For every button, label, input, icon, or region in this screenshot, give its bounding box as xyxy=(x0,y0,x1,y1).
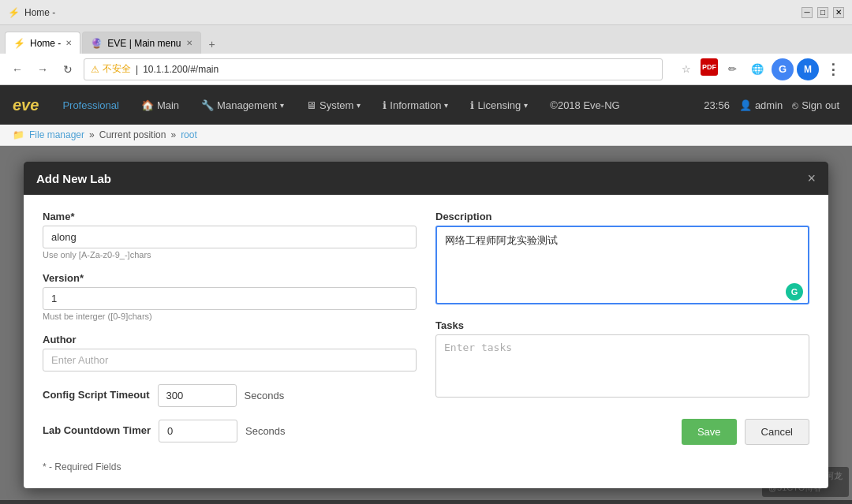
wrench-icon: 🔧 xyxy=(201,99,214,111)
root-label[interactable]: root xyxy=(181,129,197,140)
tasks-label: Tasks xyxy=(435,319,809,331)
nav-management-label: Management xyxy=(217,99,277,111)
version-input[interactable] xyxy=(43,287,417,310)
back-button[interactable]: ← xyxy=(8,60,27,79)
add-new-lab-modal: Add New Lab × Name* Use only [A-Za-z0-9_… xyxy=(24,162,828,488)
tab-eve[interactable]: 🔮 EVE | Main menu ✕ xyxy=(82,32,200,54)
forward-button[interactable]: → xyxy=(33,60,52,79)
form-right: Description 网络工程师阿龙实验测试 G Tasks Save xyxy=(435,211,809,472)
nav-information[interactable]: ℹ Information ▾ xyxy=(372,85,459,125)
tasks-textarea[interactable] xyxy=(435,334,809,398)
countdown-label: Lab Countdown Timer xyxy=(43,424,151,438)
tab-home-close[interactable]: ✕ xyxy=(65,39,72,47)
nav-professional[interactable]: Professional xyxy=(51,85,130,125)
modal-close-button[interactable]: × xyxy=(807,171,816,185)
window-controls: ─ □ ✕ xyxy=(802,7,844,18)
name-field-row: Name* Use only [A-Za-z0-9_-]chars xyxy=(43,211,417,259)
security-warning-icon: ⚠ xyxy=(91,64,99,75)
countdown-row: Lab Countdown Timer Seconds xyxy=(43,420,417,442)
nav-management[interactable]: 🔧 Management ▾ xyxy=(190,85,295,125)
bookmark-button[interactable]: ☆ xyxy=(675,58,697,80)
file-manager-link[interactable]: File manager xyxy=(29,129,84,140)
nav-system[interactable]: 🖥 System ▾ xyxy=(295,85,372,125)
address-input[interactable]: ⚠ 不安全 | 10.1.1.200/#/main xyxy=(84,58,663,80)
signout-icon: ⎋ xyxy=(792,99,798,111)
description-wrapper: 网络工程师阿龙实验测试 G xyxy=(435,226,809,307)
home-tab-label: Home - xyxy=(24,7,55,18)
description-textarea[interactable]: 网络工程师阿龙实验测试 xyxy=(435,226,809,304)
nav-main-label: Main xyxy=(157,99,179,111)
title-bar: ⚡ Home - ─ □ ✕ xyxy=(0,0,852,25)
nav-main[interactable]: 🏠 Main xyxy=(130,85,190,125)
description-label: Description xyxy=(435,211,809,222)
url-text: | xyxy=(136,64,138,75)
browser-actions: ☆ PDF ✏ 🌐 G M ⋮ xyxy=(675,58,844,80)
address-url: 10.1.1.200/#/main xyxy=(143,64,219,75)
form-grid: Name* Use only [A-Za-z0-9_-]chars Versio… xyxy=(43,211,809,472)
name-hint: Use only [A-Za-z0-9_-]chars xyxy=(43,250,417,259)
config-input[interactable] xyxy=(158,384,237,407)
tabs-bar: ⚡ Home - ✕ 🔮 EVE | Main menu ✕ + xyxy=(0,25,852,54)
required-fields-note: * - Required Fields xyxy=(43,461,417,472)
nav-system-label: System xyxy=(320,99,353,111)
page-content: Add New Lab × Name* Use only [A-Za-z0-9_… xyxy=(0,146,852,500)
close-button[interactable]: ✕ xyxy=(833,7,844,18)
version-label: Version* xyxy=(43,272,417,284)
config-script-row: Config Script Timeout Seconds xyxy=(43,384,417,407)
pdf-button[interactable]: PDF xyxy=(701,58,718,76)
form-left: Name* Use only [A-Za-z0-9_-]chars Versio… xyxy=(43,211,417,472)
tab-eve-label: EVE | Main menu xyxy=(107,38,181,49)
config-label: Config Script Timeout xyxy=(43,389,150,402)
author-label: Author xyxy=(43,334,417,345)
countdown-input[interactable] xyxy=(159,420,237,442)
app-logo: eve xyxy=(0,96,51,114)
nav-username: admin xyxy=(755,99,783,111)
modal-footer: Save Cancel xyxy=(435,413,809,445)
maximize-button[interactable]: □ xyxy=(817,7,828,18)
dropdown-system-icon: ▾ xyxy=(357,101,361,110)
dropdown-licensing-icon: ▾ xyxy=(524,101,528,110)
grammarly-icon: G xyxy=(786,283,803,301)
save-button[interactable]: Save xyxy=(682,419,737,445)
minimize-button[interactable]: ─ xyxy=(802,7,813,18)
modal-title: Add New Lab xyxy=(36,172,111,185)
modal-body: Name* Use only [A-Za-z0-9_-]chars Versio… xyxy=(24,195,828,488)
nav-time: 23:56 xyxy=(704,99,730,111)
nav-user[interactable]: 👤 admin xyxy=(739,99,783,111)
breadcrumb-sep2: » xyxy=(170,129,176,140)
modal-header: Add New Lab × xyxy=(24,162,828,195)
home-icon: 🏠 xyxy=(141,99,154,111)
globe-button[interactable]: 🌐 xyxy=(746,58,768,80)
user-avatar[interactable]: M xyxy=(797,58,819,80)
tasks-field-row: Tasks xyxy=(435,319,809,400)
breadcrumb-icon: 📁 xyxy=(13,129,24,140)
author-field-row: Author xyxy=(43,334,417,371)
tab-eve-icon: 🔮 xyxy=(91,38,103,49)
license-icon: ℹ xyxy=(470,99,474,111)
config-unit: Seconds xyxy=(245,390,285,401)
app-navbar: eve Professional 🏠 Main 🔧 Management ▾ 🖥… xyxy=(0,85,852,125)
browser-menu-button[interactable]: ⋮ xyxy=(822,58,844,80)
user-icon: 👤 xyxy=(739,99,752,111)
tab-home[interactable]: ⚡ Home - ✕ xyxy=(5,32,80,54)
server-icon: 🖥 xyxy=(306,99,316,111)
add-tab-button[interactable]: + xyxy=(203,35,222,54)
address-bar: ← → ↻ ⚠ 不安全 | 10.1.1.200/#/main ☆ PDF ✏ … xyxy=(0,54,852,85)
name-input[interactable] xyxy=(43,226,417,248)
nav-signout[interactable]: ⎋ Sign out xyxy=(792,99,839,111)
nav-licensing[interactable]: ℹ Licensing ▾ xyxy=(459,85,539,125)
current-position-label: Current position xyxy=(99,129,166,140)
dropdown-management-icon: ▾ xyxy=(280,101,284,110)
breadcrumb-sep1: » xyxy=(89,129,95,140)
dropdown-info-icon: ▾ xyxy=(444,101,448,110)
refresh-button[interactable]: ↻ xyxy=(58,60,77,79)
warning-text: 不安全 xyxy=(103,62,131,76)
tab-eve-close[interactable]: ✕ xyxy=(186,39,192,47)
edit-button[interactable]: ✏ xyxy=(721,58,743,80)
google-button[interactable]: G xyxy=(772,58,794,80)
cancel-button[interactable]: Cancel xyxy=(745,419,809,445)
version-hint: Must be interger ([0-9]chars) xyxy=(43,312,417,321)
description-field-row: Description 网络工程师阿龙实验测试 G xyxy=(435,211,809,307)
nav-links: Professional 🏠 Main 🔧 Management ▾ 🖥 Sys… xyxy=(51,85,630,125)
author-input[interactable] xyxy=(43,349,417,371)
